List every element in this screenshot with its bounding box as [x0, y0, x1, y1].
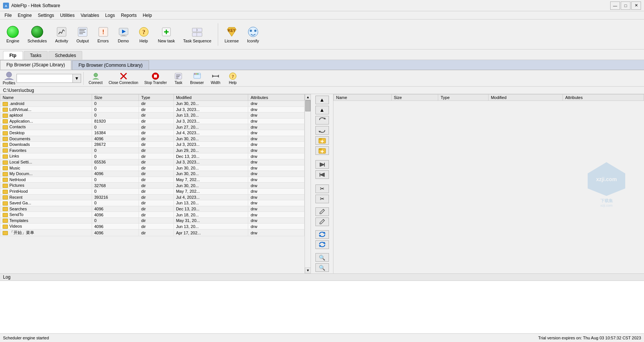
col-name[interactable]: Name — [0, 94, 92, 101]
nav-up-right-button[interactable]: ▲ — [315, 106, 329, 114]
table-row[interactable]: Contacts 0 dir Jun 27, 20... drw — [0, 124, 305, 130]
transfer-right-button[interactable] — [315, 160, 329, 169]
table-row[interactable]: apktool 0 dir Jun 13, 20... drw — [0, 112, 305, 118]
sync-left-button[interactable] — [315, 230, 329, 239]
rename-right-button[interactable] — [315, 218, 329, 226]
table-row[interactable]: Ld9Virtual... 0 dir Jul 3, 2023... drw — [0, 106, 305, 112]
menu-item-help[interactable]: Help — [140, 12, 155, 19]
table-row[interactable]: Searches 4096 dir Dec 13, 20... drw — [0, 206, 305, 212]
table-row[interactable]: Documents 4096 dir Jun 30, 20... drw — [0, 136, 305, 142]
cut-right-button[interactable]: ✂ — [315, 195, 329, 203]
main-tab-tasks[interactable]: Tasks — [24, 51, 48, 60]
menu-item-reports[interactable]: Reports — [118, 12, 140, 19]
transfer-left-button[interactable] — [315, 170, 329, 179]
col-type[interactable]: Type — [139, 94, 173, 101]
right-file-area: Name Size Type Modified Attributes xzji.… — [333, 94, 644, 273]
menu-item-variables[interactable]: Variables — [78, 12, 102, 19]
table-row[interactable]: Templates 0 dir May 31, 20... drw — [0, 218, 305, 224]
svg-line-66 — [323, 209, 324, 210]
ftp-connect-button[interactable]: Connect — [86, 71, 105, 86]
toolbar-errors-button[interactable]: ! Errors — [94, 21, 113, 48]
ftp-close-conn-button[interactable]: Close Connection — [106, 71, 141, 86]
file-modified: Jun 30, 20... — [173, 171, 248, 177]
table-row[interactable]: Application... 81920 dir Jul 3, 2023... … — [0, 118, 305, 124]
table-row[interactable]: Favorites 0 dir Jun 29, 20... drw — [0, 147, 305, 153]
table-row[interactable]: NetHood 0 dir May 7, 202... drw — [0, 177, 305, 183]
left-file-scroll[interactable]: Name Size Type Modified Attributes .andr… — [0, 94, 305, 273]
maximize-button[interactable]: □ — [621, 2, 630, 10]
new-folder-right-button[interactable] — [315, 146, 329, 155]
right-col-modified[interactable]: Modified — [489, 94, 563, 101]
minimize-button[interactable]: — — [610, 2, 620, 10]
right-col-type[interactable]: Type — [438, 94, 489, 101]
ftp-help-button[interactable]: ? Help — [225, 71, 241, 86]
sync-right-button[interactable] — [315, 240, 329, 249]
table-row[interactable]: Recent 393216 dir Jul 4, 2023... drw — [0, 194, 305, 200]
menu-item-file[interactable]: File — [2, 12, 15, 19]
nav-up-left-button[interactable]: ▲ — [315, 96, 329, 104]
table-row[interactable]: .android 0 dir Jun 30, 20... drw — [0, 101, 305, 107]
rename-left-button[interactable] — [315, 207, 329, 216]
toolbar-iconify-button[interactable]: Iconify — [244, 21, 262, 48]
file-type: dir — [139, 188, 173, 194]
refresh-right-button[interactable] — [315, 126, 329, 135]
search-right-button[interactable]: 🔍 — [315, 263, 329, 272]
table-row[interactable]: Local Setti... 65536 dir Jul 3, 2023... … — [0, 159, 305, 165]
ftp-browser-button[interactable]: Browser — [187, 71, 207, 86]
col-attributes[interactable]: Attributes — [248, 94, 305, 101]
menu-item-utilities[interactable]: Utilities — [57, 12, 78, 19]
ftp-width-button[interactable]: Width — [207, 71, 224, 86]
table-row[interactable]: Pictures 32768 dir Jun 30, 20... drw — [0, 183, 305, 189]
main-tab-ftp[interactable]: Ftp — [3, 51, 23, 60]
profile-input[interactable] — [17, 74, 73, 83]
menu-item-logs[interactable]: Logs — [102, 12, 118, 19]
browser-tab-ftp-browser-(jscape-library)[interactable]: Ftp Browser (JScape Library) — [0, 60, 71, 70]
table-row[interactable]: 「开始」菜单 4096 dir Apr 17, 202... drw — [0, 230, 305, 236]
toolbar-license-button[interactable]: KEY License — [221, 21, 242, 48]
ftp-task-button[interactable]: Task — [170, 71, 187, 86]
col-size[interactable]: Size — [92, 94, 139, 101]
scroll-down-button[interactable]: ▼ — [305, 267, 311, 273]
profile-dropdown-button[interactable]: ▼ — [73, 74, 81, 83]
toolbar-demo-button[interactable]: Demo — [114, 21, 133, 48]
toolbar-help-button[interactable]: ? Help — [134, 21, 153, 48]
right-col-attributes[interactable]: Attributes — [563, 94, 644, 101]
cut-left-button[interactable]: ✂ — [315, 184, 329, 193]
table-row[interactable]: Music 0 dir Jun 30, 20... drw — [0, 165, 305, 171]
file-attrs: drw — [248, 147, 305, 153]
menu-item-engine[interactable]: Engine — [15, 12, 35, 19]
table-row[interactable]: My Docum... 4096 dir Jun 30, 20... drw — [0, 171, 305, 177]
scroll-track[interactable] — [305, 100, 311, 267]
scroll-up-button[interactable]: ▲ — [305, 94, 311, 100]
toolbar-activity-button[interactable]: Activity — [52, 21, 72, 48]
table-row[interactable]: Downloads 28672 dir Jul 3, 2023... drw — [0, 142, 305, 148]
toolbar-output-button[interactable]: Output — [73, 21, 92, 48]
log-content[interactable] — [0, 281, 644, 333]
table-row[interactable]: Saved Ga... 0 dir Jun 13, 20... drw — [0, 200, 305, 206]
table-row[interactable]: Desktop 16384 dir Jul 4, 2023... drw — [0, 130, 305, 136]
search-left-button[interactable]: 🔍 — [315, 253, 329, 262]
col-modified[interactable]: Modified — [173, 94, 248, 101]
right-col-size[interactable]: Size — [391, 94, 438, 101]
main-tab-schedules[interactable]: Schedules — [48, 51, 82, 60]
table-row[interactable]: Videos 4096 dir Jun 13, 20... drw — [0, 224, 305, 230]
toolbar-taskseq-button[interactable]: Task Sequence — [180, 21, 215, 48]
profiles-button[interactable]: Profiles — [3, 71, 15, 86]
right-col-name[interactable]: Name — [334, 94, 392, 101]
close-button[interactable]: ✕ — [631, 2, 641, 10]
table-row[interactable]: PrintHood 0 dir May 7, 202... drw — [0, 188, 305, 194]
menu-item-settings[interactable]: Settings — [35, 12, 57, 19]
scroll-thumb[interactable] — [305, 100, 311, 111]
toolbar-schedules-button[interactable]: Schedules — [24, 21, 50, 48]
file-modified: Jun 13, 20... — [173, 224, 248, 230]
svg-text:!: ! — [102, 29, 104, 35]
table-row[interactable]: Links 0 dir Dec 13, 20... drw — [0, 153, 305, 159]
ftp-stop-button[interactable]: Stop Transfer — [142, 71, 169, 86]
toolbar-engine-button[interactable]: Engine — [3, 21, 23, 48]
browser-tab-ftp-browser-(commons-library)[interactable]: Ftp Browser (Commons Library) — [72, 60, 149, 70]
right-file-scroll[interactable]: Name Size Type Modified Attributes xzji.… — [333, 94, 644, 273]
refresh-left-button[interactable] — [315, 116, 329, 124]
table-row[interactable]: SendTo 4096 dir Jun 18, 20... drw — [0, 212, 305, 218]
toolbar-newtask-button[interactable]: New task — [155, 21, 178, 48]
new-folder-left-button[interactable] — [315, 136, 329, 145]
